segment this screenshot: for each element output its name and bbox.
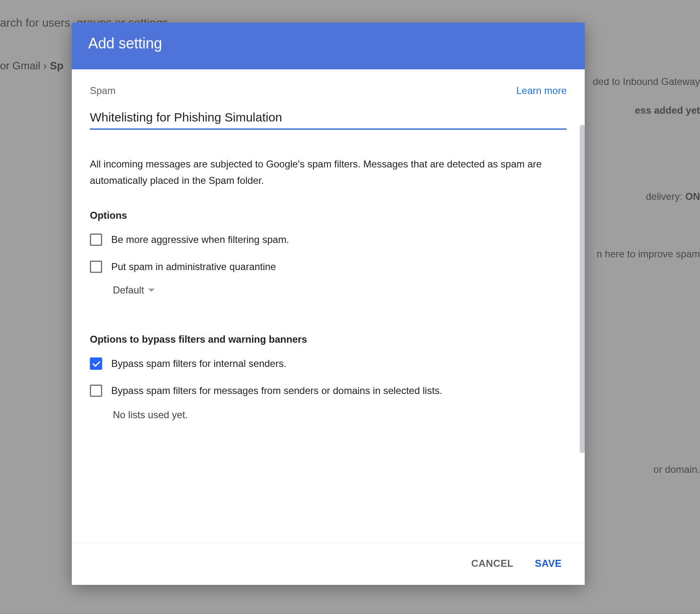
option-bypass-internal-label: Bypass spam filters for internal senders… <box>111 358 286 369</box>
checkbox-aggressive[interactable] <box>90 234 102 246</box>
option-quarantine-label: Put spam in administrative quarantine <box>111 261 276 273</box>
option-bypass-lists-label: Bypass spam filters for messages from se… <box>111 385 442 396</box>
scrollbar-thumb[interactable] <box>580 125 585 453</box>
cancel-button[interactable]: CANCEL <box>469 554 515 573</box>
checkbox-quarantine[interactable] <box>90 261 102 273</box>
checkbox-bypass-lists[interactable] <box>90 385 102 397</box>
checkbox-bypass-internal[interactable] <box>90 357 102 370</box>
modal-title: Add setting <box>72 23 585 69</box>
options-heading: Options <box>90 210 567 221</box>
modal-body: Spam Learn more All incoming messages ar… <box>72 69 585 543</box>
category-label: Spam <box>90 85 116 96</box>
quarantine-dropdown[interactable]: Default <box>113 284 155 296</box>
bypass-heading: Options to bypass filters and warning ba… <box>90 334 567 345</box>
spam-description: All incoming messages are subjected to G… <box>90 156 567 188</box>
chevron-down-icon <box>148 289 155 292</box>
modal-footer: CANCEL SAVE <box>72 543 585 585</box>
option-bypass-internal[interactable]: Bypass spam filters for internal senders… <box>90 357 567 370</box>
add-setting-modal: Add setting Spam Learn more All incoming… <box>72 23 585 585</box>
learn-more-link[interactable]: Learn more <box>516 85 567 96</box>
option-aggressive-spam[interactable]: Be more aggressive when filtering spam. <box>90 234 567 246</box>
save-button[interactable]: SAVE <box>533 554 563 573</box>
no-lists-text: No lists used yet. <box>113 409 567 421</box>
setting-name-input[interactable] <box>90 108 567 130</box>
option-aggressive-label: Be more aggressive when filtering spam. <box>111 234 289 245</box>
dropdown-selected: Default <box>113 284 144 296</box>
option-admin-quarantine[interactable]: Put spam in administrative quarantine <box>90 261 567 273</box>
option-bypass-lists[interactable]: Bypass spam filters for messages from se… <box>90 385 567 397</box>
